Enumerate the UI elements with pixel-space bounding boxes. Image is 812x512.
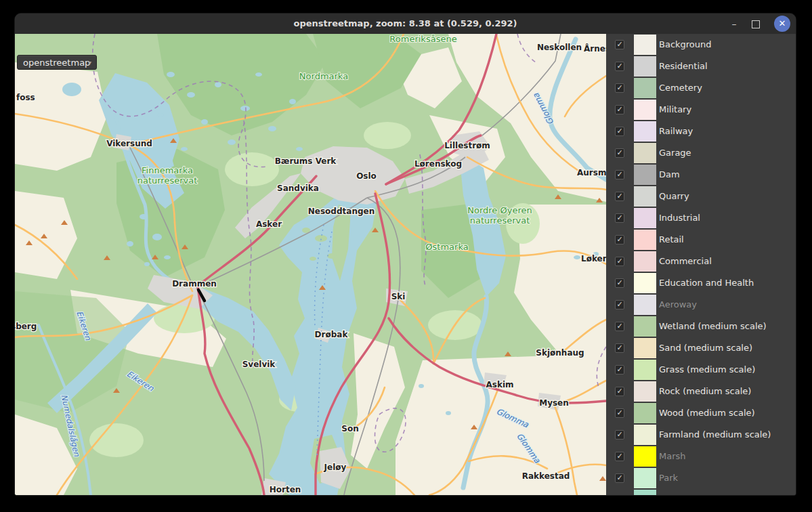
legend-row: ✓Sand (medium scale) [606, 337, 796, 359]
map-label: Jeløy [324, 463, 347, 472]
legend-checkbox[interactable]: ✓ [615, 213, 624, 223]
layer-select-dropdown[interactable]: openstreetmap ▾ [17, 55, 97, 70]
map-label: Son [341, 424, 358, 433]
legend-swatch [634, 186, 656, 207]
legend-row: ✓Education and Health [606, 272, 796, 294]
legend-swatch [634, 35, 656, 55]
legend-label: Wood (medium scale) [659, 402, 755, 424]
legend: ✓Background✓Residential✓Cemetery✓Militar… [606, 34, 796, 495]
legend-row: ✓Residential [606, 56, 796, 77]
checkbox-check-icon: ✓ [616, 257, 624, 265]
maximize-icon [752, 20, 760, 28]
map-label: Rakkestad [522, 471, 570, 481]
legend-row: ✓Grass (medium scale) [606, 359, 796, 381]
legend-swatch [634, 338, 656, 358]
map-label: Nordmarka [299, 71, 348, 81]
legend-checkbox[interactable]: ✓ [615, 62, 624, 71]
title-bar[interactable]: openstreetmap, zoom: 8.38 at (0.529, 0.2… [15, 14, 796, 35]
legend-checkbox[interactable]: ✓ [615, 430, 624, 440]
legend-checkbox[interactable]: ✓ [615, 192, 624, 201]
checkbox-check-icon: ✓ [616, 127, 624, 135]
app-window: openstreetmap, zoom: 8.38 at (0.529, 0.2… [15, 14, 796, 495]
checkbox-check-icon: ✓ [616, 106, 624, 114]
checkbox-check-icon: ✓ [616, 84, 624, 92]
legend-swatch [634, 403, 656, 423]
map-label: Asker [256, 219, 282, 229]
map-label: Romeriksåsene [389, 34, 456, 44]
checkbox-check-icon: ✓ [616, 452, 624, 461]
map-label: Sandvika [277, 184, 319, 193]
legend-checkbox[interactable]: ✓ [615, 278, 624, 288]
legend-swatch [634, 381, 656, 402]
map-label: Drøbak [315, 330, 349, 339]
legend-checkbox[interactable]: ✓ [615, 365, 624, 375]
legend-label: Sand (medium scale) [659, 337, 752, 359]
legend-label: Grass (medium scale) [659, 359, 755, 381]
legend-checkbox[interactable]: ✓ [615, 235, 624, 244]
legend-checkbox[interactable]: ✓ [615, 83, 624, 93]
map-label: Skjønhaug [536, 348, 584, 358]
legend-swatch [634, 468, 656, 488]
legend-checkbox[interactable]: ✓ [615, 387, 624, 396]
map-graphic: RomeriksåseneNordmarkaNeskollenÅrnesfoss… [15, 34, 606, 495]
minimize-button[interactable]: – [725, 14, 743, 34]
map-label: Nordre Øyeren [467, 205, 532, 215]
checkbox-check-icon: ✓ [616, 344, 624, 352]
legend-checkbox[interactable]: ✓ [615, 452, 624, 461]
legend-row: ✓Cemetery [606, 77, 796, 99]
map-label: sberg [15, 322, 37, 331]
checkbox-check-icon: ✓ [616, 214, 624, 222]
close-button[interactable]: ✕ [774, 16, 790, 32]
map-label: Svelvik [242, 360, 276, 369]
legend-label: Farmland (medium scale) [659, 424, 771, 446]
legend-row: ✓Park [606, 467, 796, 489]
map-label: Bærums Verk [275, 156, 337, 166]
checkbox-check-icon: ✓ [616, 387, 624, 396]
legend-swatch [634, 251, 656, 272]
map-label: Østmarka [425, 242, 468, 252]
map-label: Lørenskog [414, 159, 462, 169]
maximize-button[interactable] [747, 14, 765, 34]
map-label: Drammen [172, 279, 217, 289]
legend-swatch [634, 295, 656, 315]
legend-checkbox[interactable]: ✓ [615, 127, 624, 136]
legend-checkbox[interactable]: ✓ [615, 343, 624, 353]
legend-checkbox[interactable]: ✓ [615, 40, 624, 49]
checkbox-check-icon: ✓ [616, 474, 624, 482]
checkbox-check-icon: ✓ [616, 41, 624, 49]
legend-swatch [634, 78, 656, 98]
layer-select-value: openstreetmap [23, 58, 90, 68]
checkbox-check-icon: ✓ [616, 279, 624, 287]
map-label: naturreservat [137, 175, 198, 186]
legend-checkbox[interactable]: ✓ [615, 408, 624, 418]
checkbox-check-icon: ✓ [616, 409, 624, 417]
legend-swatch [634, 143, 656, 163]
legend-row: ✓Wetland (medium scale) [606, 316, 796, 337]
legend-checkbox[interactable]: ✓ [615, 300, 624, 310]
legend-checkbox[interactable]: ✓ [615, 105, 624, 114]
legend-swatch [634, 425, 656, 445]
legend-row: ✓Dam [606, 164, 796, 186]
legend-swatch [634, 165, 656, 185]
legend-label: Education and Health [659, 272, 754, 294]
legend-row: ✓Railway [606, 121, 796, 142]
legend-swatch [634, 121, 656, 142]
legend-checkbox[interactable]: ✓ [615, 148, 624, 158]
map-canvas[interactable]: RomeriksåseneNordmarkaNeskollenÅrnesfoss… [15, 34, 606, 495]
legend-row: ✓Marsh [606, 446, 796, 467]
legend-checkbox[interactable]: ✓ [615, 170, 624, 179]
map-label: Lillestrøm [444, 141, 490, 150]
map-label: Askim [486, 380, 513, 389]
legend-checkbox[interactable]: ✓ [615, 473, 624, 483]
legend-row: ✓Commercial [606, 251, 796, 272]
legend-row: ✓Farmland (medium scale) [606, 424, 796, 446]
legend-label: Rock (medium scale) [659, 381, 751, 402]
chevron-down-icon: ▾ [88, 56, 91, 70]
legend-label: Wetland (medium scale) [659, 316, 767, 337]
legend-checkbox[interactable]: ✓ [615, 322, 624, 331]
legend-swatch [634, 230, 656, 250]
legend-swatch [634, 208, 656, 228]
checkbox-check-icon: ✓ [616, 62, 624, 70]
legend-checkbox[interactable]: ✓ [615, 257, 624, 266]
map-label: foss [16, 93, 35, 102]
